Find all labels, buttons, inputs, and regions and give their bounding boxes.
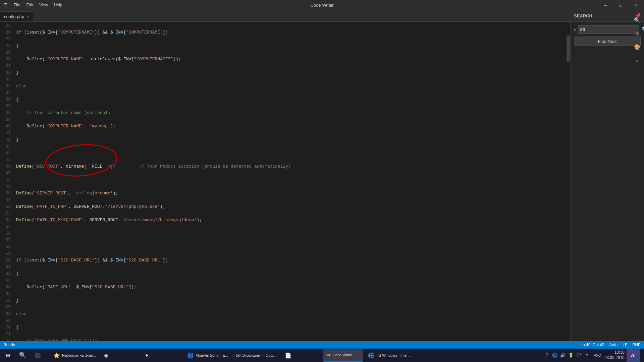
files-icon: 📄	[285, 352, 291, 359]
code-content[interactable]: if (isset($_ENV["COMPUTERNAME"]) && $_EN…	[13, 22, 566, 341]
titlebar-menu: ☰ File Edit View Help	[0, 0, 65, 10]
start-button[interactable]: ⊞	[1, 349, 15, 362]
module-label: Модуль Sonoff (д...	[196, 353, 228, 357]
taskbar: ⊞ 🔍 ⬛ ⭐ Набросок на фраг... ◈ ♦ 🌀 Модуль…	[0, 349, 644, 362]
menu-edit[interactable]: Edit	[23, 0, 36, 10]
edit-icon[interactable]: ✏	[632, 55, 643, 66]
app2-icon: ♦	[146, 352, 148, 358]
systray: ❓ 🌐 🔊 🔋 🛡 ^	[543, 352, 590, 359]
minimize-button[interactable]: ─	[598, 0, 613, 10]
systray-battery[interactable]: 🔋	[568, 352, 574, 359]
nabrosok-label: Набросок на фраг...	[62, 353, 96, 357]
taskbar-app-mail[interactable]: ✉ Входящие — Общ...	[233, 349, 280, 362]
status-left: Ready	[3, 343, 15, 347]
status-encoding: LF	[623, 343, 627, 347]
taskbar-app-1[interactable]: ◈	[101, 349, 141, 362]
iis-label: IIS Windows - Inter...	[377, 353, 411, 357]
menu-file[interactable]: File	[11, 0, 23, 10]
clock-time: 13:30	[604, 350, 625, 355]
clock-date: 23.09.2019	[604, 355, 625, 361]
titlebar-controls: ─ □ ✕	[598, 0, 644, 10]
taskbar-app-iis[interactable]: 🌐 IIS Windows - Inter...	[365, 349, 414, 362]
menu-help[interactable]: Help	[51, 0, 65, 10]
search-icon[interactable]: 🔍	[632, 15, 643, 26]
nabrosok-icon: ⭐	[53, 352, 60, 359]
tab-config-php[interactable]: config.php ×	[0, 11, 33, 21]
ai-button[interactable]: Ai	[627, 349, 640, 362]
menu-hamburger[interactable]: ☰	[1, 0, 10, 10]
systray-network[interactable]: 🌐	[551, 352, 558, 359]
codewriter-label: Code Writer	[333, 353, 352, 357]
taskbar-app-codewriter[interactable]: ✏ Code Writer	[323, 349, 363, 362]
close-button[interactable]: ✕	[629, 0, 644, 10]
search-taskbar-button[interactable]: 🔍	[16, 349, 30, 362]
mail-label: Входящие — Общ...	[243, 353, 277, 357]
settings-icon[interactable]: ⚙	[632, 28, 643, 39]
color-icon[interactable]: 🎨	[632, 42, 643, 53]
taskbar-app-module[interactable]: 🌀 Модуль Sonoff (д...	[184, 349, 231, 362]
vertical-scrollbar[interactable]	[566, 22, 570, 341]
taskbar-app-files[interactable]: 📄	[281, 349, 322, 362]
systray-help[interactable]: ❓	[543, 352, 550, 359]
taskbar-separator-1	[47, 351, 47, 360]
iis-icon: 🌐	[368, 352, 375, 359]
scrollbar-thumb[interactable]	[567, 35, 570, 62]
status-language: PHP	[632, 343, 641, 347]
maximize-button[interactable]: □	[613, 0, 629, 10]
status-indent: Auto	[609, 343, 618, 347]
module-icon: 🌀	[187, 352, 194, 359]
taskbar-app-2[interactable]: ♦	[142, 349, 182, 362]
menu-view[interactable]: View	[37, 0, 51, 10]
tab-label: config.php	[4, 14, 24, 19]
search-collapse-icon[interactable]: ▶	[574, 27, 576, 32]
tab-bar: config.php ×	[0, 10, 570, 22]
systray-shield[interactable]: 🛡	[576, 352, 582, 359]
taskbar-clock: 13:30 23.09.2019	[604, 350, 625, 360]
status-position: Ln 49, Col 43	[580, 343, 604, 347]
editor-area: config.php × 2526272829 3031323334 35363…	[0, 10, 570, 341]
titlebar: ☰ File Edit View Help Code Writer ─ □ ✕	[0, 0, 644, 10]
search-input[interactable]	[578, 25, 639, 34]
ai-label: Ai	[631, 353, 636, 358]
task-view-button[interactable]: ⬛	[31, 349, 44, 362]
search-title: SEARCH	[574, 13, 592, 18]
codewriter-icon: ✏	[326, 352, 331, 358]
app1-icon: ◈	[104, 352, 108, 359]
search-panel: SEARCH 📌 ▶ 🔍 Find Next 🔍 ⚙ 🎨 ✏	[570, 10, 644, 341]
status-right: Ln 49, Col 43 Auto LF PHP	[580, 343, 641, 347]
status-bar: Ready Ln 49, Col 43 Auto LF PHP	[0, 341, 644, 349]
tab-close-button[interactable]: ×	[27, 15, 29, 19]
taskbar-right: ❓ 🌐 🔊 🔋 🛡 ^ РУС 13:30 23.09.2019 Ai	[543, 349, 643, 362]
main-content: config.php × 2526272829 3031323334 35363…	[0, 10, 644, 341]
search-side-icons: 🔍 ⚙ 🎨 ✏	[631, 12, 644, 69]
line-numbers: 2526272829 3031323334 3536373839 4041424…	[0, 22, 13, 341]
code-editor[interactable]: 2526272829 3031323334 3536373839 4041424…	[0, 22, 570, 341]
titlebar-title: Code Writer	[310, 3, 333, 8]
systray-arrow[interactable]: ^	[584, 352, 590, 359]
systray-sound[interactable]: 🔊	[559, 352, 566, 359]
taskbar-app-nabrosok[interactable]: ⭐ Набросок на фраг...	[50, 349, 99, 362]
mail-icon: ✉	[236, 352, 240, 359]
systray-language[interactable]: РУС	[594, 353, 601, 357]
status-ready: Ready	[3, 343, 15, 347]
